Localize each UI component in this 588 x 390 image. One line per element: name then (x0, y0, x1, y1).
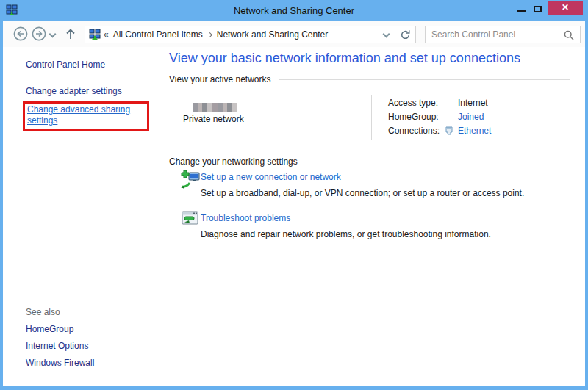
main-pane: View your basic network information and … (169, 47, 585, 386)
recent-pages-chevron-icon[interactable] (49, 31, 57, 38)
network-sharing-center-window: Network and Sharing Center ✕ (0, 0, 588, 390)
maximize-button[interactable] (534, 6, 542, 12)
sidebar-item-control-panel-home[interactable]: Control Panel Home (26, 59, 105, 70)
homegroup-joined-link[interactable]: Joined (458, 112, 484, 122)
breadcrumb-separator-icon[interactable] (207, 32, 212, 37)
address-dropdown-chevron-icon[interactable] (379, 26, 395, 43)
sidebar-item-change-adapter-settings[interactable]: Change adapter settings (26, 86, 122, 96)
detail-row-connections: Connections: Ethernet (388, 123, 491, 137)
breadcrumb-item-network-and-sharing-center[interactable]: Network and Sharing Center (214, 29, 331, 40)
search-icon[interactable] (563, 29, 575, 44)
access-type-value: Internet (458, 98, 488, 108)
connection-value: Ethernet (458, 126, 491, 136)
see-also-label: See also (26, 307, 60, 317)
content-area: Control Panel Home Change adapter settin… (3, 47, 585, 386)
breadcrumb-overflow-chevron[interactable]: « (101, 29, 110, 40)
breadcrumb-item-all-control-panel-items[interactable]: All Control Panel Items (110, 29, 206, 40)
title-bar: Network and Sharing Center ✕ (0, 0, 588, 21)
address-bar[interactable]: « All Control Panel Items Network and Sh… (85, 26, 416, 43)
network-details: Access type: Internet HomeGroup: Joined … (371, 95, 491, 140)
section-divider (279, 79, 570, 80)
network-icon (89, 29, 101, 40)
setup-new-connection-link[interactable]: Set up a new connection or network (201, 172, 341, 182)
detail-label: Access type: (388, 98, 458, 108)
sidebar-item-internet-options[interactable]: Internet Options (26, 341, 88, 351)
forward-arrow-icon[interactable] (32, 26, 46, 44)
setup-new-connection-description: Set up a broadband, dial-up, or VPN conn… (201, 188, 524, 198)
detail-row-homegroup: HomeGroup: Joined (388, 109, 491, 123)
networking-settings-section-header: Change your networking settings (169, 156, 570, 167)
detail-label: HomeGroup: (388, 112, 458, 122)
back-arrow-icon[interactable] (13, 26, 28, 44)
navigation-bar: « All Control Panel Items Network and Sh… (3, 21, 585, 47)
new-connection-icon (181, 170, 201, 192)
sidebar-item-homegroup[interactable]: HomeGroup (26, 324, 74, 334)
sidebar-item-windows-firewall[interactable]: Windows Firewall (26, 358, 94, 368)
window-title: Network and Sharing Center (0, 5, 588, 16)
section-divider (305, 162, 570, 162)
sidebar-item-change-advanced-sharing-settings[interactable]: Change advanced sharing settings (27, 104, 145, 126)
detail-row-access-type: Access type: Internet (388, 95, 491, 109)
troubleshoot-icon (182, 210, 198, 229)
network-name-redacted (193, 103, 237, 112)
active-networks-section-header: View your active networks (169, 74, 570, 84)
search-input[interactable] (431, 29, 561, 40)
section-label: Change your networking settings (169, 156, 298, 167)
network-type-label: Private network (183, 114, 244, 124)
up-arrow-icon[interactable] (64, 27, 77, 43)
page-title: View your basic network information and … (169, 51, 520, 66)
troubleshoot-problems-description: Diagnose and repair network problems, or… (201, 229, 491, 239)
minimize-button[interactable] (517, 10, 526, 12)
close-button[interactable]: ✕ (548, 1, 583, 15)
task-pane-sidebar: Control Panel Home Change adapter settin… (3, 47, 169, 386)
refresh-icon[interactable] (395, 26, 415, 43)
troubleshoot-problems-link[interactable]: Troubleshoot problems (201, 213, 290, 223)
ethernet-connection-link[interactable]: Ethernet (458, 126, 491, 136)
ethernet-icon (445, 126, 453, 139)
section-label: View your active networks (169, 74, 271, 84)
search-box[interactable] (425, 26, 581, 43)
